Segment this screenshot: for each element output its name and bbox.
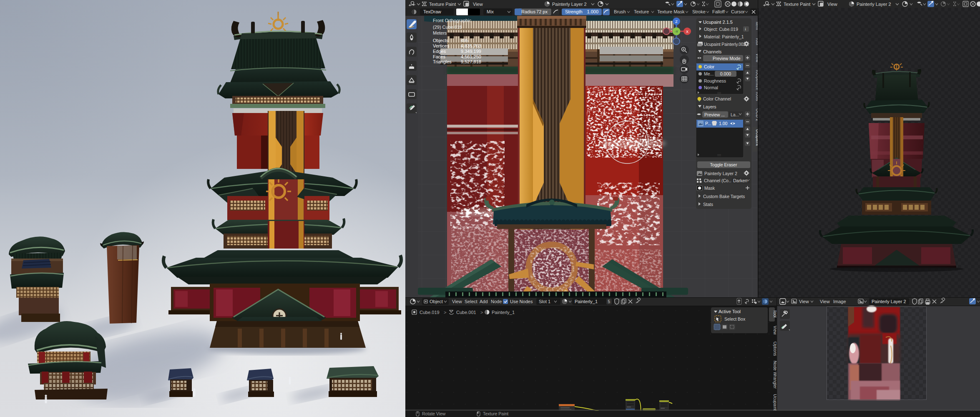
svg-text:Z: Z: [675, 20, 678, 24]
svg-text:Painterly Layer 2: Painterly Layer 2: [872, 299, 906, 304]
svg-text:-Y: -Y: [675, 30, 678, 34]
svg-text:Falloff: Falloff: [712, 9, 725, 14]
svg-text:Edges: Edges: [433, 49, 446, 54]
svg-text:View: View: [820, 299, 830, 304]
svg-text:Painterly Layer 2: Painterly Layer 2: [704, 171, 737, 176]
svg-text:Cube.019: Cube.019: [420, 310, 440, 315]
svg-text:Slot 1: Slot 1: [539, 299, 550, 304]
svg-text:Channel (Co...: Channel (Co...: [704, 178, 732, 183]
svg-text:Preview Mode: Preview Mode: [713, 56, 741, 61]
svg-text:Select: Select: [465, 299, 477, 304]
svg-text:Faces: Faces: [433, 54, 445, 59]
svg-text:Node Wrangler: Node Wrangler: [773, 361, 776, 389]
svg-text:View: View: [827, 2, 837, 7]
svg-text:4,561,250: 4,561,250: [461, 54, 481, 59]
svg-text:TexDraw: TexDraw: [423, 9, 441, 14]
svg-text:View: View: [473, 2, 483, 7]
svg-text:Object: Cube.019: Object: Cube.019: [704, 27, 738, 32]
svg-text:::::: ::::: [717, 153, 721, 157]
svg-text:Front Orthographic: Front Orthographic: [433, 18, 472, 23]
svg-text:View: View: [773, 326, 776, 335]
svg-text:>: >: [444, 310, 446, 315]
svg-text:1.000: 1.000: [587, 9, 598, 14]
svg-text:Object: Object: [430, 299, 443, 304]
svg-text:72 px: 72 px: [536, 9, 548, 14]
svg-text:Strength: Strength: [565, 9, 583, 14]
svg-text:Painterly_1: Painterly_1: [575, 299, 598, 304]
svg-text:Toggle Eraser: Toggle Eraser: [710, 162, 737, 167]
svg-text:Texture Paint: Texture Paint: [429, 2, 456, 7]
svg-text:La...: La...: [731, 112, 739, 117]
svg-text:Active Tool: Active Tool: [719, 309, 741, 314]
svg-text:Cursor: Cursor: [731, 9, 745, 14]
svg-text:Texture: Texture: [634, 9, 649, 14]
svg-text:Darken: Darken: [733, 178, 747, 183]
svg-text:Objects: Objects: [433, 38, 449, 43]
svg-text:View: View: [799, 299, 809, 304]
svg-text:Channels: Channels: [703, 49, 721, 54]
svg-text:Painterly Layer 2: Painterly Layer 2: [552, 2, 587, 7]
svg-text:Stroke: Stroke: [692, 9, 706, 14]
svg-text:P...: P...: [705, 121, 711, 126]
svg-text:Me...: Me...: [704, 71, 714, 76]
svg-text:Cube.001: Cube.001: [456, 310, 476, 315]
svg-text:Brush: Brush: [614, 9, 626, 14]
svg-text:Color Channel: Color Channel: [703, 96, 731, 101]
svg-text:X: X: [686, 30, 689, 34]
svg-text:Stats: Stats: [703, 202, 713, 207]
svg-text:Triangles: Triangles: [433, 59, 452, 64]
svg-text:Normal: Normal: [704, 85, 718, 90]
svg-text:Texture Paint: Texture Paint: [483, 411, 508, 416]
svg-text:1.00: 1.00: [719, 121, 728, 126]
svg-text:Select Box: Select Box: [724, 317, 746, 322]
svg-text:Mask: Mask: [704, 186, 715, 191]
svg-text:Tool: Tool: [773, 310, 776, 317]
svg-text:Preview ...: Preview ...: [704, 112, 725, 117]
svg-text:View: View: [452, 299, 462, 304]
svg-text:9,349,199: 9,349,199: [461, 49, 481, 54]
svg-text:Painterly Layer 2: Painterly Layer 2: [857, 2, 891, 7]
svg-text:Meters: Meters: [433, 30, 447, 35]
svg-text:(29) Cube.019: (29) Cube.019: [433, 25, 462, 30]
svg-text:5: 5: [608, 299, 611, 304]
svg-text:Image: Image: [833, 299, 846, 304]
svg-text:Layers: Layers: [703, 104, 716, 109]
svg-text:Color: Color: [704, 64, 715, 69]
svg-text:Texture Mask: Texture Mask: [657, 9, 685, 14]
svg-text:Material: Painterly_1: Material: Painterly_1: [704, 34, 744, 39]
svg-text:Painterly_1: Painterly_1: [492, 310, 515, 315]
svg-text:Rotate View: Rotate View: [422, 411, 446, 416]
svg-text:Vertices: Vertices: [433, 43, 450, 48]
svg-text:Ucupaint Painterly.002: Ucupaint Painterly.002: [704, 42, 746, 47]
svg-text:Options: Options: [773, 342, 776, 356]
svg-text:Ucupaint: Ucupaint: [773, 394, 776, 411]
svg-text:>: >: [480, 310, 483, 315]
svg-text:i: i: [745, 27, 746, 31]
svg-text:Mix: Mix: [487, 9, 494, 14]
svg-text:::::: ::::: [717, 91, 721, 95]
svg-text:Texture Paint: Texture Paint: [784, 2, 810, 7]
svg-text:Radius: Radius: [521, 9, 536, 14]
svg-text:Use Nodes: Use Nodes: [510, 299, 533, 304]
svg-text:Ucupaint 2.1.5: Ucupaint 2.1.5: [703, 20, 733, 25]
svg-text:Roughness: Roughness: [704, 78, 726, 83]
svg-text:Add: Add: [480, 299, 488, 304]
svg-text:Node: Node: [491, 299, 502, 304]
svg-text:4,835,763: 4,835,763: [461, 43, 481, 48]
svg-text:Custom Bake Targets: Custom Bake Targets: [703, 194, 745, 199]
svg-text:9,527,818: 9,527,818: [461, 59, 481, 64]
svg-text:495: 495: [461, 38, 468, 43]
svg-text:0.000: 0.000: [720, 71, 731, 76]
